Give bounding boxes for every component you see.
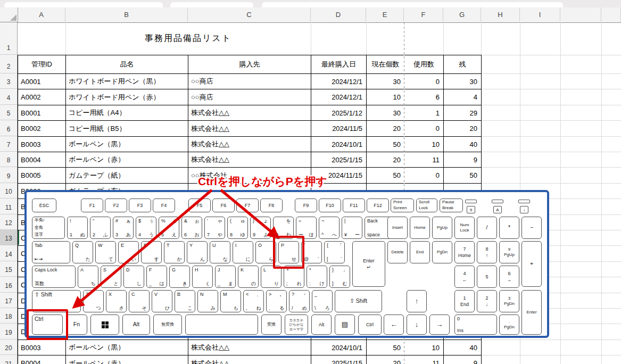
cell-D20[interactable]: 2024/10/1 — [311, 340, 367, 355]
cell-F21[interactable]: 11 — [404, 355, 444, 364]
cell-G7[interactable]: 40 — [444, 137, 482, 152]
cell-E5[interactable]: 30 — [367, 105, 404, 121]
cell-F9[interactable]: 0 — [404, 168, 444, 184]
cell-G6[interactable]: 20 — [444, 121, 482, 137]
cell-A7[interactable]: B0003 — [18, 137, 66, 152]
table-header-cell[interactable]: 品名 — [66, 55, 188, 74]
row-header-19[interactable]: 19 — [0, 324, 17, 340]
cell-G21[interactable]: 9 — [444, 355, 482, 364]
cell-D5[interactable]: 2025/1/12 — [311, 105, 367, 121]
cell-G4[interactable]: 4 — [444, 89, 482, 105]
cell-C4[interactable]: ○○商店 — [188, 89, 311, 105]
cell-A21[interactable]: B0004 — [18, 355, 66, 364]
cell-B4[interactable]: ホワイトボード用ペン（赤） — [66, 89, 188, 105]
table-header-cell[interactable]: 現在個数 — [367, 55, 404, 74]
row-header-5[interactable]: 5 — [0, 105, 17, 120]
cell-B21[interactable]: ボールペン（赤） — [66, 355, 188, 364]
cell-F20[interactable]: 10 — [404, 340, 444, 355]
row-header-16[interactable]: 16 — [0, 277, 17, 293]
column-header-I[interactable]: I — [520, 7, 560, 22]
row-header-3[interactable]: 3 — [0, 73, 17, 89]
cell-B3[interactable]: ホワイトボード用ペン（黒） — [66, 74, 188, 89]
column-header-D[interactable]: D — [311, 7, 366, 22]
cell-C8[interactable]: 株式会社△△ — [188, 152, 311, 168]
cell-C21[interactable]: 株式会社△△ — [188, 355, 311, 364]
cell-A5[interactable]: B0001 — [18, 105, 66, 121]
cell-D8[interactable]: 2025/1/15 — [311, 152, 367, 168]
row-header-14[interactable]: 14 — [0, 245, 17, 261]
cell-A6[interactable]: B0002 — [18, 121, 66, 137]
cell-E8[interactable]: 20 — [367, 152, 404, 168]
column-header-F[interactable]: F — [404, 7, 443, 22]
sheet-title-cell[interactable]: 事務用品備品リスト — [65, 22, 311, 55]
cell-E9[interactable]: 50 — [367, 168, 404, 184]
table-header-cell[interactable]: 最終購入日 — [311, 55, 367, 74]
cell-A9[interactable]: B0005 — [18, 168, 66, 184]
cell-B6[interactable]: コピー用紙（B5） — [66, 121, 188, 137]
column-header-blank[interactable] — [560, 7, 601, 22]
cell-C6[interactable]: 株式会社△△ — [188, 121, 311, 137]
column-header-blank[interactable] — [601, 7, 621, 22]
cell-G9[interactable]: 50 — [444, 168, 482, 184]
cell-C7[interactable]: 株式会社△△ — [188, 137, 311, 152]
cell-E4[interactable]: 10 — [367, 89, 404, 105]
row-header-15[interactable]: 15 — [0, 261, 17, 277]
row-header-12[interactable]: 12 — [0, 214, 17, 230]
table-header-cell[interactable]: 使用数 — [404, 55, 444, 74]
row-header-6[interactable]: 6 — [0, 120, 17, 136]
cell-B20[interactable]: ボールペン（黒） — [66, 340, 188, 355]
row-header-9[interactable]: 9 — [0, 167, 17, 183]
cell-B5[interactable]: コピー用紙（A4） — [66, 105, 188, 121]
row-header-1[interactable]: 1 — [0, 22, 17, 55]
table-header-cell[interactable]: 購入先 — [188, 55, 311, 74]
cell-A4[interactable]: A0002 — [18, 89, 66, 105]
cell-D4[interactable]: 2024/12/1 — [311, 89, 367, 105]
cell-B8[interactable]: ボールペン（赤） — [66, 152, 188, 168]
cell-F8[interactable]: 11 — [404, 152, 444, 168]
cell-G8[interactable]: 9 — [444, 152, 482, 168]
table-header-cell[interactable]: 管理ID — [18, 55, 66, 74]
cell-E3[interactable]: 30 — [367, 74, 404, 89]
cell-C20[interactable]: 株式会社△△ — [188, 340, 311, 355]
cell-E21[interactable]: 20 — [367, 355, 404, 364]
row-header-4[interactable]: 4 — [0, 89, 17, 105]
cell-D7[interactable]: 2024/10/1 — [311, 137, 367, 152]
cell-A3[interactable]: A0001 — [18, 74, 66, 89]
column-header-C[interactable]: C — [188, 7, 311, 22]
row-header-8[interactable]: 8 — [0, 152, 17, 167]
cell-E7[interactable]: 50 — [367, 137, 404, 152]
cell-B7[interactable]: ボールペン（黒） — [66, 137, 188, 152]
cell-E20[interactable]: 50 — [367, 340, 404, 355]
cell-G20[interactable]: 40 — [444, 340, 482, 355]
cell-F6[interactable]: 0 — [404, 121, 444, 137]
row-header-20[interactable]: 20 — [0, 340, 17, 355]
column-header-G[interactable]: G — [443, 7, 481, 22]
row-header-11[interactable]: 11 — [0, 198, 17, 214]
column-header-H[interactable]: H — [481, 7, 520, 22]
cell-D6[interactable]: 2024/11/5 — [311, 121, 367, 137]
cell-F7[interactable]: 10 — [404, 137, 444, 152]
cell-G5[interactable]: 29 — [444, 105, 482, 121]
cell-F3[interactable]: 0 — [404, 74, 444, 89]
cell-C5[interactable]: 株式会社△△ — [188, 105, 311, 121]
cell-C3[interactable]: ○○商店 — [188, 74, 311, 89]
cell-A20[interactable]: B0003 — [18, 340, 66, 355]
cell-F5[interactable]: 1 — [404, 105, 444, 121]
row-header-21[interactable]: 21 — [0, 355, 17, 364]
cell-D3[interactable]: 2024/12/1 — [311, 74, 367, 89]
cell-F4[interactable]: 6 — [404, 89, 444, 105]
cell-E6[interactable]: 20 — [367, 121, 404, 137]
cell-A8[interactable]: B0004 — [18, 152, 66, 168]
row-header-17[interactable]: 17 — [0, 293, 17, 308]
column-header-E[interactable]: E — [366, 7, 404, 22]
cell-B9[interactable]: ガムテープ（紙） — [66, 168, 188, 184]
cell-G3[interactable]: 30 — [444, 74, 482, 89]
column-header-B[interactable]: B — [65, 7, 188, 22]
row-header-13[interactable]: 13 — [0, 230, 17, 245]
row-header-7[interactable]: 7 — [0, 136, 17, 152]
row-header-2[interactable]: 2 — [0, 55, 17, 73]
select-all-corner[interactable] — [0, 7, 18, 22]
column-header-A[interactable]: A — [18, 7, 65, 22]
cell-D21[interactable]: 2025/1/15 — [311, 355, 367, 364]
row-header-10[interactable]: 10 — [0, 183, 17, 198]
